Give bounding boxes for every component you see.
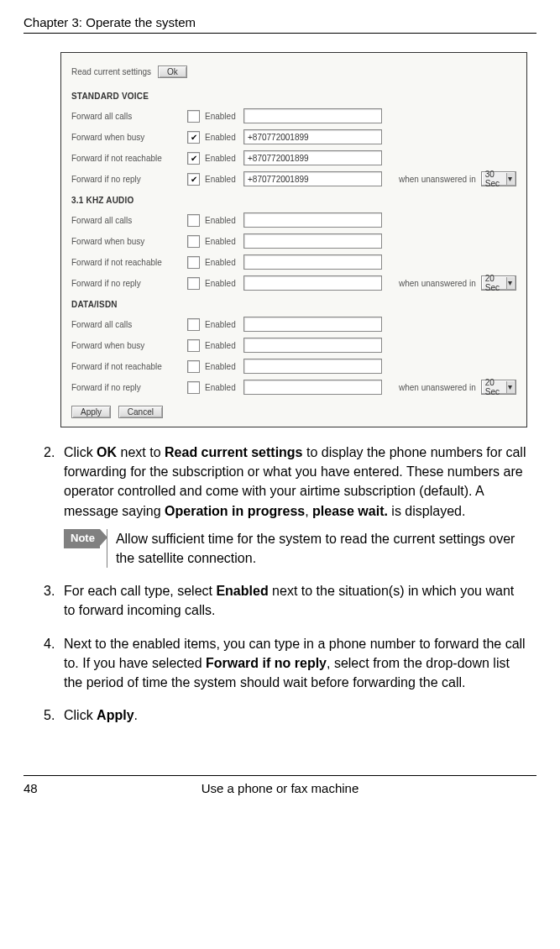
row-label: Forward if not reachable <box>71 154 187 163</box>
chevron-down-icon: ▾ <box>506 277 514 289</box>
ok-ref: OK <box>97 445 117 459</box>
phone-number-input[interactable] <box>243 275 382 291</box>
forward-row: Forward if not reachable✔Enabled+8707720… <box>71 148 516 168</box>
please-wait-ref: please wait. <box>312 504 388 518</box>
text: next to <box>117 445 165 459</box>
cancel-button[interactable]: Cancel <box>118 406 163 418</box>
enabled-label: Enabled <box>205 133 243 142</box>
enabled-checkbox[interactable]: ✔ <box>187 173 200 186</box>
enabled-label: Enabled <box>205 320 243 329</box>
timeout-value: 20 Sec <box>485 378 503 396</box>
chevron-down-icon: ▾ <box>506 173 514 185</box>
enabled-label: Enabled <box>205 258 243 267</box>
forward-row: Forward if not reachableEnabled <box>71 356 516 376</box>
timeout-select[interactable]: 20 Sec▾ <box>481 275 516 291</box>
section-header: 3.1 KHZ AUDIO <box>71 196 516 205</box>
text: , <box>305 504 312 518</box>
phone-number-input[interactable] <box>243 108 382 123</box>
text: Click <box>64 708 97 722</box>
phone-number-input[interactable] <box>243 359 382 374</box>
text: For each call type, select <box>64 584 216 598</box>
forward-row: Forward when busy✔Enabled+870772001899 <box>71 127 516 147</box>
footer-title: Use a phone or fax machine <box>24 781 536 795</box>
apply-button[interactable]: Apply <box>71 406 111 418</box>
row-label: Forward if not reachable <box>71 362 187 371</box>
row-label: Forward when busy <box>71 133 187 142</box>
when-unanswered-label: when unanswered in <box>399 175 476 184</box>
row-label: Forward all calls <box>71 216 187 225</box>
enabled-label: Enabled <box>205 362 243 371</box>
chapter-header: Chapter 3: Operate the system <box>24 15 536 34</box>
enabled-ref: Enabled <box>216 584 268 598</box>
enabled-checkbox[interactable] <box>187 339 200 352</box>
timeout-select[interactable]: 20 Sec▾ <box>481 380 516 395</box>
row-label: Forward if no reply <box>71 279 187 288</box>
text: Click <box>64 445 97 459</box>
enabled-label: Enabled <box>205 237 243 246</box>
enabled-checkbox[interactable] <box>187 277 200 290</box>
read-settings-ref: Read current settings <box>165 445 302 459</box>
note-box: Note Allow sufficient time for the syste… <box>64 529 528 568</box>
page-number: 48 <box>24 781 38 795</box>
forward-row: Forward if no replyEnabledwhen unanswere… <box>71 377 516 397</box>
phone-number-input[interactable] <box>243 317 382 332</box>
row-label: Forward if no reply <box>71 383 187 392</box>
phone-number-input[interactable] <box>243 338 382 353</box>
enabled-checkbox[interactable] <box>187 110 200 123</box>
timeout-select[interactable]: 30 Sec▾ <box>481 171 516 186</box>
operation-progress-ref: Operation in progress <box>165 504 305 518</box>
enabled-label: Enabled <box>205 175 243 184</box>
enabled-checkbox[interactable]: ✔ <box>187 131 200 144</box>
enabled-checkbox[interactable] <box>187 256 200 269</box>
enabled-checkbox[interactable]: ✔ <box>187 152 200 165</box>
enabled-label: Enabled <box>205 341 243 350</box>
note-tag: Note <box>64 529 100 548</box>
enabled-label: Enabled <box>205 216 243 225</box>
forward-row: Forward if not reachableEnabled <box>71 252 516 272</box>
apply-ref: Apply <box>97 708 133 722</box>
enabled-label: Enabled <box>205 112 243 121</box>
step-2: 2. Click OK next to Read current setting… <box>44 443 528 568</box>
row-label: Forward if no reply <box>71 175 187 184</box>
enabled-checkbox[interactable] <box>187 360 200 373</box>
row-label: Forward when busy <box>71 237 187 246</box>
forward-row: Forward if no replyEnabledwhen unanswere… <box>71 273 516 293</box>
step-3: 3. For each call type, select Enabled ne… <box>44 581 528 620</box>
enabled-checkbox[interactable] <box>187 381 200 394</box>
step-number: 4. <box>44 634 64 693</box>
phone-number-input[interactable]: +870772001899 <box>243 150 382 165</box>
phone-number-input[interactable] <box>243 254 382 270</box>
phone-number-input[interactable]: +870772001899 <box>243 129 382 144</box>
timeout-value: 30 Sec <box>485 170 503 188</box>
forward-row: Forward all callsEnabled <box>71 314 516 334</box>
step-number: 5. <box>44 705 64 725</box>
phone-number-input[interactable] <box>243 212 382 228</box>
enabled-label: Enabled <box>205 383 243 392</box>
forward-row: Forward when busyEnabled <box>71 335 516 355</box>
forward-row: Forward all callsEnabled <box>71 106 516 126</box>
phone-number-input[interactable] <box>243 233 382 249</box>
settings-screenshot: Read current settings Ok STANDARD VOICEF… <box>60 52 536 427</box>
timeout-value: 20 Sec <box>485 274 503 292</box>
phone-number-input[interactable] <box>243 380 382 395</box>
enabled-checkbox[interactable] <box>187 235 200 248</box>
enabled-label: Enabled <box>205 279 243 288</box>
page-footer: 48 Use a phone or fax machine <box>24 775 536 795</box>
enabled-checkbox[interactable] <box>187 318 200 331</box>
when-unanswered-label: when unanswered in <box>399 383 476 392</box>
step-4: 4. Next to the enabled items, you can ty… <box>44 634 528 693</box>
forward-no-reply-ref: Forward if no reply <box>206 656 327 670</box>
enabled-checkbox[interactable] <box>187 214 200 227</box>
when-unanswered-label: when unanswered in <box>399 279 476 288</box>
phone-number-input[interactable]: +870772001899 <box>243 171 382 186</box>
step-5: 5. Click Apply. <box>44 705 528 725</box>
step-number: 3. <box>44 581 64 620</box>
forward-row: Forward when busyEnabled <box>71 231 516 251</box>
ok-button[interactable]: Ok <box>158 66 187 78</box>
forward-row: Forward all callsEnabled <box>71 210 516 230</box>
enabled-label: Enabled <box>205 154 243 163</box>
section-header: STANDARD VOICE <box>71 92 516 101</box>
row-label: Forward all calls <box>71 112 187 121</box>
text: is displayed. <box>388 504 466 518</box>
row-label: Forward all calls <box>71 320 187 329</box>
